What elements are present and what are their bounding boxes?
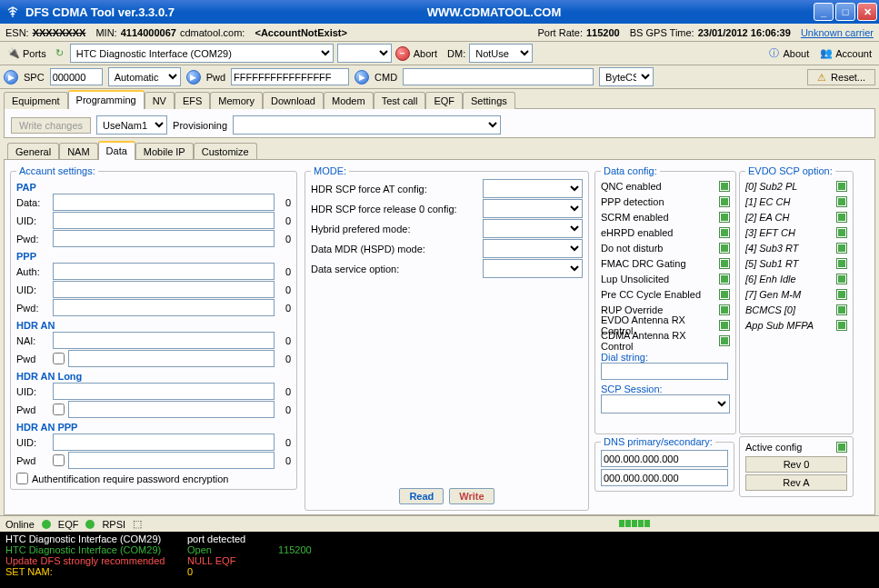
interface-select[interactable]: HTC Diagnostic Interface (COM29) xyxy=(70,44,334,63)
pwd-label: Pwd xyxy=(206,72,225,83)
reva-button[interactable]: Rev A xyxy=(745,474,847,491)
read-button[interactable]: Read xyxy=(399,488,444,504)
cfg-check-7[interactable] xyxy=(719,289,730,300)
subtab-general[interactable]: General xyxy=(7,143,59,160)
subtab-mobile-ip[interactable]: Mobile IP xyxy=(135,143,194,160)
tab-modem[interactable]: Modem xyxy=(324,92,374,109)
pwd-input[interactable] xyxy=(231,68,349,85)
hdranlong-pwd-input[interactable] xyxy=(68,401,275,418)
evdo-check-4[interactable] xyxy=(836,243,847,254)
evdo-check-5[interactable] xyxy=(836,258,847,269)
tab-test-call[interactable]: Test call xyxy=(374,92,426,109)
hdranppp-pwd-input[interactable] xyxy=(68,452,275,469)
ports-button[interactable]: 🔌Ports xyxy=(4,45,50,62)
tab-efs[interactable]: EFS xyxy=(175,92,210,109)
scp-select[interactable] xyxy=(601,394,730,414)
ppp-uid-input[interactable] xyxy=(53,281,275,298)
tab-programming[interactable]: Programming xyxy=(68,90,145,109)
ppp-auth-input[interactable] xyxy=(53,263,275,280)
cfg-check-0[interactable] xyxy=(719,181,730,192)
mode-select-0[interactable] xyxy=(483,179,583,198)
domain-label: cdmatool.com: xyxy=(180,27,245,38)
evdo-check-9[interactable] xyxy=(836,320,847,331)
pap-uid-input[interactable] xyxy=(53,212,275,229)
dns1-input[interactable] xyxy=(601,450,728,467)
tab-nv[interactable]: NV xyxy=(145,92,175,109)
spc-mode-select[interactable]: Automatic xyxy=(108,67,181,86)
dns2-input[interactable] xyxy=(601,469,728,486)
about-button[interactable]: ⓘAbout xyxy=(764,45,814,62)
dataconfig-group: Data config: QNC enabledPPP detectionSCR… xyxy=(594,165,736,434)
evdo-check-3[interactable] xyxy=(836,227,847,238)
port-icon: 🔌 xyxy=(7,47,20,60)
hdran-nai-input[interactable] xyxy=(53,332,275,349)
dns-group: DNS primary/secondary: xyxy=(594,436,734,492)
mode-select-3[interactable] xyxy=(483,239,583,258)
pap-pwd-input[interactable] xyxy=(53,230,275,247)
cfg-check-3[interactable] xyxy=(719,227,730,238)
minimize-button[interactable]: _ xyxy=(814,3,834,21)
subtab-customize[interactable]: Customize xyxy=(194,143,257,160)
bsgps-value: 23/01/2012 16:06:39 xyxy=(698,27,791,38)
ppp-pwd-input[interactable] xyxy=(53,299,275,316)
maximize-button[interactable]: □ xyxy=(835,3,855,21)
evdo-check-0[interactable] xyxy=(836,181,847,192)
hdranlong-uid-input[interactable] xyxy=(53,383,275,400)
evdo-check-6[interactable] xyxy=(836,274,847,284)
mode-select-2[interactable] xyxy=(483,219,583,238)
refresh-icon[interactable]: ↻ xyxy=(54,47,66,60)
cfg-check-10[interactable] xyxy=(719,335,730,346)
provisioning-select[interactable] xyxy=(233,115,501,135)
hdran-pwd-check[interactable] xyxy=(53,353,65,364)
write-changes-button[interactable]: Write changes xyxy=(11,117,91,134)
aux-select-1[interactable] xyxy=(337,44,392,63)
write-button[interactable]: Write xyxy=(449,488,494,504)
hdranlong-pwd-check[interactable] xyxy=(53,404,65,415)
reset-button[interactable]: ⚠Reset... xyxy=(807,69,875,85)
tab-settings[interactable]: Settings xyxy=(463,92,515,109)
cfg-check-6[interactable] xyxy=(719,274,730,284)
pwd-go-button[interactable]: ▶ xyxy=(186,70,201,85)
active-config-check[interactable] xyxy=(836,442,847,453)
tab-equipment[interactable]: Equipment xyxy=(4,92,68,109)
account-button[interactable]: 👥Account xyxy=(816,45,875,62)
hdran-pwd-input[interactable] xyxy=(68,350,275,367)
nam-select[interactable]: UseNam1 xyxy=(96,115,167,135)
close-button[interactable]: ✕ xyxy=(857,3,877,21)
mode-select-1[interactable] xyxy=(483,199,583,218)
cfg-check-5[interactable] xyxy=(719,258,730,269)
abort-icon[interactable]: − xyxy=(395,46,410,61)
dm-select[interactable]: NotUse xyxy=(469,44,533,63)
cmd-input[interactable] xyxy=(403,68,594,85)
rev0-button[interactable]: Rev 0 xyxy=(745,456,847,473)
cfg-check-1[interactable] xyxy=(719,196,730,207)
warning-icon: ⚠ xyxy=(817,72,828,83)
evdo-check-1[interactable] xyxy=(836,196,847,207)
spc-input[interactable] xyxy=(50,68,103,85)
subtab-data[interactable]: Data xyxy=(98,141,135,160)
dial-input[interactable] xyxy=(601,363,728,380)
tab-eqf[interactable]: EQF xyxy=(425,92,463,109)
hdranppp-pwd-check[interactable] xyxy=(53,454,65,466)
hdranppp-uid-input[interactable] xyxy=(53,434,275,451)
cfg-check-8[interactable] xyxy=(719,304,730,315)
bottom-status: Online EQF RPSI ⬚ xyxy=(0,515,879,532)
bytecs-select[interactable]: ByteCS xyxy=(599,67,654,86)
tab-memory[interactable]: Memory xyxy=(210,92,263,109)
pap-data-input[interactable] xyxy=(53,194,275,211)
evdo-check-7[interactable] xyxy=(836,289,847,300)
cfg-check-9[interactable] xyxy=(719,320,730,331)
enc-check[interactable] xyxy=(16,473,28,484)
mode-select-4[interactable] xyxy=(483,259,583,278)
evdo-check-2[interactable] xyxy=(836,212,847,223)
cfg-check-4[interactable] xyxy=(719,243,730,254)
account-settings-legend: Accaunt settings: xyxy=(16,165,98,176)
carrier-link[interactable]: Unknown carrier xyxy=(801,27,874,38)
spc-go-button[interactable]: ▶ xyxy=(4,70,18,85)
tab-download[interactable]: Download xyxy=(263,92,324,109)
cfg-check-2[interactable] xyxy=(719,212,730,223)
evdo-check-8[interactable] xyxy=(836,304,847,315)
programming-pane: Write changes UseNam1 Provisioning xyxy=(4,108,875,138)
subtab-nam[interactable]: NAM xyxy=(59,143,97,160)
cmd-go-button[interactable]: ▶ xyxy=(355,70,369,85)
